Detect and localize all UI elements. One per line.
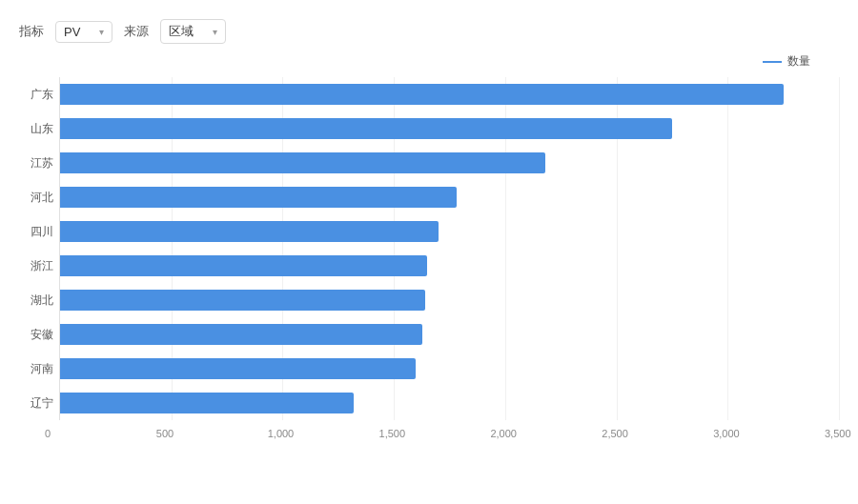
metric-label: 指标 <box>19 23 44 40</box>
source-label: 来源 <box>124 23 149 40</box>
y-label: 四川 <box>19 214 59 249</box>
legend-label: 数量 <box>787 53 810 70</box>
bar-row <box>60 146 839 180</box>
bar-row <box>60 352 839 386</box>
source-value: 区域 <box>169 23 194 40</box>
bar <box>60 187 457 208</box>
x-axis-wrapper: 05001,0001,5002,0002,5003,0003,500 <box>19 424 839 443</box>
y-label: 广东 <box>19 77 59 111</box>
bar-row <box>60 111 839 146</box>
bar-row <box>60 180 839 214</box>
x-axis: 05001,0001,5002,0002,5003,0003,500 <box>59 428 839 447</box>
bar <box>60 152 545 173</box>
metric-arrow-icon: ▾ <box>99 27 104 37</box>
y-label: 江苏 <box>19 146 59 180</box>
bar-row <box>60 77 839 111</box>
main-container: 指标 PV ▾ 来源 区域 ▾ 数量 广东山东江苏河北四川浙江湖北安徽河南辽宁 … <box>0 0 858 453</box>
bar-row <box>60 249 839 283</box>
y-label: 山东 <box>19 111 59 146</box>
y-label: 湖北 <box>19 283 59 317</box>
y-labels: 广东山东江苏河北四川浙江湖北安徽河南辽宁 <box>19 77 59 420</box>
bar-row <box>60 283 839 317</box>
bar <box>60 324 422 345</box>
y-label: 安徽 <box>19 317 59 352</box>
y-label: 河南 <box>19 352 59 386</box>
chart-legend: 数量 <box>19 53 839 70</box>
chart-area: 数量 广东山东江苏河北四川浙江湖北安徽河南辽宁 05001,0001,5002,… <box>19 53 839 443</box>
x-tick: 2,500 <box>602 428 628 439</box>
source-select[interactable]: 区域 ▾ <box>160 19 226 44</box>
toolbar: 指标 PV ▾ 来源 区域 ▾ <box>19 19 839 44</box>
x-tick: 3,000 <box>713 428 740 439</box>
y-label: 河北 <box>19 180 59 214</box>
bar <box>60 393 354 413</box>
bars-container <box>59 77 839 420</box>
bar <box>60 221 439 242</box>
bar <box>60 358 416 379</box>
bar-row <box>60 214 839 249</box>
source-arrow-icon: ▾ <box>213 27 217 37</box>
bar-row <box>60 386 839 420</box>
x-tick: 3,500 <box>825 428 851 439</box>
metric-value: PV <box>64 25 80 39</box>
x-tick: 500 <box>156 428 174 439</box>
x-tick: 0 <box>45 428 51 439</box>
bars-section: 广东山东江苏河北四川浙江湖北安徽河南辽宁 <box>19 77 839 420</box>
metric-select[interactable]: PV ▾ <box>55 21 112 43</box>
x-tick: 2,000 <box>490 428 517 439</box>
y-label: 浙江 <box>19 249 59 283</box>
x-tick: 1,500 <box>379 428 406 439</box>
bar <box>60 255 427 276</box>
y-label: 辽宁 <box>19 386 59 420</box>
bar <box>60 290 425 311</box>
bar-row <box>60 317 839 352</box>
legend-line-icon <box>763 61 782 63</box>
bar <box>60 118 672 139</box>
bar <box>60 84 784 105</box>
x-tick: 1,000 <box>268 428 295 439</box>
grid-line <box>839 77 840 420</box>
